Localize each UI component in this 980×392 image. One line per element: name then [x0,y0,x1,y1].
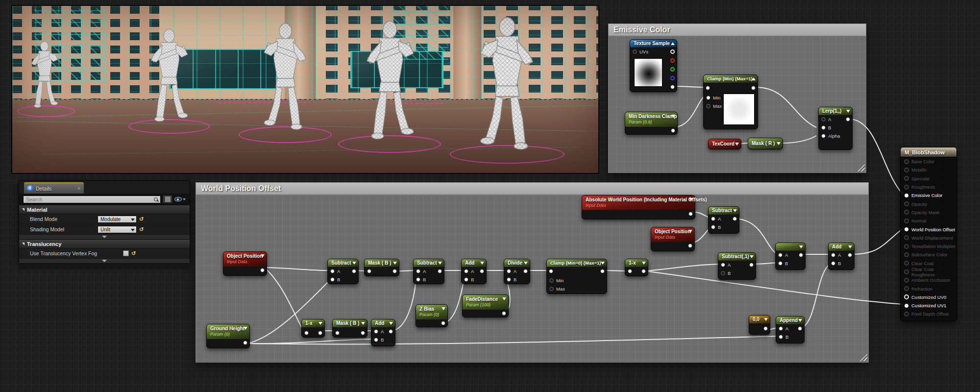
pin-a[interactable] [416,269,420,273]
pin-out[interactable] [671,128,675,133]
reset-to-default-icon[interactable]: ↺ [131,251,136,256]
pin-icon[interactable] [904,176,909,181]
pin-alpha[interactable] [821,134,826,138]
node-add-1[interactable]: Add A B [461,259,487,284]
material-pin-emissive-color[interactable]: Emissive Color [901,191,956,199]
pin-b[interactable] [416,277,420,282]
dropdown-icon[interactable] [798,319,802,322]
pin-out[interactable] [502,311,506,316]
material-node-title[interactable]: M_BlobShadow [901,147,956,157]
pin-out[interactable] [318,331,322,335]
node-subtract-comma-1[interactable]: Subtract(,1) A B [718,252,756,280]
pin-icon[interactable] [904,159,909,164]
dropdown-icon[interactable] [318,322,322,325]
node-title[interactable]: Absolute World Position (Including Mater… [586,196,687,203]
pin-a[interactable] [464,269,468,273]
comment-world-position-offset[interactable]: World Position Offset [196,182,869,363]
pin-out[interactable] [438,269,442,273]
node-multiply[interactable]: A B [775,243,806,270]
dropdown-icon[interactable] [642,262,646,265]
material-pin-clear-coat-roughness[interactable]: Clear Coat Roughness [901,268,956,276]
close-icon[interactable]: ✕ [77,186,81,191]
dropdown-icon[interactable] [502,297,506,300]
pin-out[interactable] [751,86,756,90]
material-pin-normal[interactable]: Normal [901,217,956,225]
pin-max[interactable] [549,287,554,291]
node-title[interactable]: Z Bias [419,306,440,312]
node-clamp-min0-max1[interactable]: Clamp (Min=0) (Max=1) Min Max [546,259,607,294]
dropdown-icon[interactable] [393,262,397,265]
pin-in[interactable] [628,269,632,273]
material-pin-customized-uv1[interactable]: Customized UV1 [901,301,956,310]
pin-icon[interactable] [904,303,909,308]
pin-b[interactable] [711,225,715,229]
node-texcoord[interactable]: TexCoord [708,139,741,149]
property-matrix-button[interactable] [163,195,172,203]
pin-icon[interactable] [904,235,909,240]
pin-g-out[interactable] [670,67,675,72]
dropdown-icon[interactable] [733,209,737,212]
node-mask-b-1[interactable]: Mask ( B ) [364,259,399,276]
node-subtract-1[interactable]: Subtract A B [327,259,359,284]
material-pin-customized-uv0[interactable]: Customized UV0 [901,293,956,301]
dropdown-icon[interactable] [671,115,675,118]
vertex-fog-checkbox[interactable] [123,250,129,256]
pin-out[interactable] [392,269,397,273]
node-mask-r[interactable]: Mask ( R ) [748,138,783,149]
node-ground-height[interactable]: Ground HeightParam (0) [206,324,250,348]
blend-mode-dropdown[interactable]: Modulate [98,216,137,223]
pin-out[interactable] [260,268,265,272]
pin-out[interactable] [763,326,768,331]
dropdown-icon[interactable] [261,254,265,257]
pin-icon[interactable] [904,278,909,283]
pin-in[interactable] [367,269,371,273]
node-texture-sample[interactable]: Texture Sample UVs [630,39,677,92]
dropdown-icon[interactable] [389,322,393,325]
pin-b[interactable] [721,271,725,275]
pin-a[interactable] [330,269,335,273]
collapse-icon[interactable] [752,77,756,80]
pin-icon[interactable] [904,227,909,232]
node-object-position-2[interactable]: Object PositionInput Data [651,227,695,251]
node-title[interactable]: Texture Sample [630,40,677,48]
view-options-button[interactable] [174,197,187,201]
shading-model-dropdown[interactable]: Unlit [98,226,137,233]
pin-out[interactable] [848,253,852,257]
dropdown-icon[interactable] [689,198,693,201]
node-z-bias[interactable]: Z BiasParam (0) [416,304,448,327]
pin-out[interactable] [361,331,365,335]
comment-title[interactable]: World Position Offset [196,182,869,195]
pin-out[interactable] [523,269,528,273]
material-pin-world-displacement[interactable]: World Displacement [901,234,956,242]
dropdown-icon[interactable] [848,245,852,248]
pin-out[interactable] [846,117,850,122]
pin-out[interactable] [733,217,737,221]
node-clamp-min-max1[interactable]: Clamp (Min) (Max=1) Min Max [703,74,758,129]
pin-out[interactable] [749,263,754,267]
pin-icon[interactable] [904,219,909,223]
node-subtract-2[interactable]: Subtract A B [413,259,444,284]
material-pin-metallic[interactable]: Metallic [901,166,956,174]
pin-a-out[interactable] [670,85,675,89]
pin-icon[interactable] [904,201,909,206]
node-constant-00[interactable]: 0,0 [749,315,770,335]
pin-b[interactable] [507,277,511,282]
pin-b[interactable] [778,261,783,266]
node-title[interactable]: Clamp (Min) (Max=1) [704,75,758,83]
pin-a[interactable] [831,253,835,257]
pin-b[interactable] [821,125,826,130]
comment-title[interactable]: Emissive Color [608,24,866,36]
material-pin-specular[interactable]: Specular [901,174,956,183]
pin-rgb-out[interactable] [670,49,675,54]
pin-icon[interactable] [904,210,909,215]
node-mask-b-2[interactable]: Mask ( B ) [332,319,368,338]
pin-icon[interactable] [904,185,909,190]
material-pin-pixel-depth-offset[interactable]: Pixel Depth Offset [901,310,956,318]
material-pin-ambient-occlusion[interactable]: Ambient Occlusion [901,276,956,284]
category-translucency[interactable]: Translucency [19,239,190,248]
material-pin-base-color[interactable]: Base Color [901,157,956,166]
pin-icon[interactable] [904,261,909,266]
pin-in[interactable] [335,331,340,335]
pin-b[interactable] [779,335,783,339]
advanced-expander[interactable] [19,258,190,263]
